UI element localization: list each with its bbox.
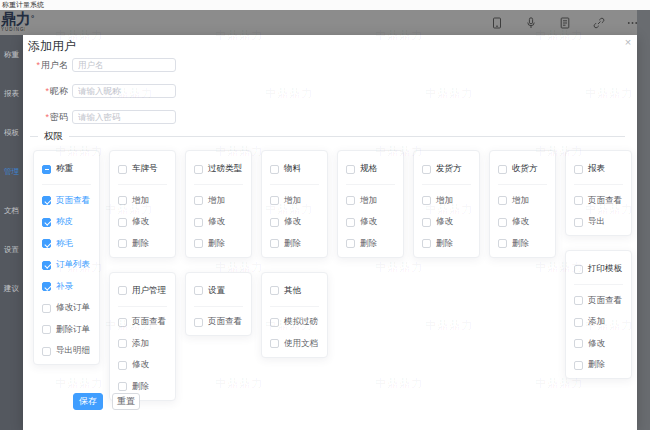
permission-item[interactable]: 删除订单	[42, 324, 91, 336]
checkbox-unchecked[interactable]	[118, 218, 127, 227]
permission-item[interactable]: 修改	[194, 216, 243, 228]
checkbox-unchecked[interactable]	[498, 239, 507, 248]
sidebar-item-settings[interactable]: 设置	[0, 230, 23, 269]
permission-item[interactable]: 删除	[346, 238, 395, 250]
permission-item[interactable]: 修改	[346, 216, 395, 228]
tablet-icon[interactable]	[490, 16, 503, 29]
checkbox-unchecked[interactable]	[42, 347, 51, 356]
checkbox-unchecked[interactable]	[194, 318, 203, 327]
checkbox-unchecked[interactable]	[118, 339, 127, 348]
nickname-input[interactable]	[72, 84, 176, 98]
checkbox-unchecked[interactable]	[574, 361, 583, 370]
sidebar-item-suggestions[interactable]: 建议	[0, 269, 23, 308]
checkbox-unchecked[interactable]	[346, 239, 355, 248]
checkbox-unchecked[interactable]	[118, 361, 127, 370]
permission-group-header[interactable]: 称重	[42, 158, 91, 185]
permission-group-header[interactable]: 规格	[346, 158, 395, 185]
checkbox-checked[interactable]	[42, 196, 51, 205]
checkbox-checked[interactable]	[42, 261, 51, 270]
permission-item[interactable]: 修改	[498, 216, 547, 228]
checkbox-unchecked[interactable]	[270, 239, 279, 248]
permission-item[interactable]: 增加	[194, 195, 243, 207]
permission-group-header[interactable]: 发货方	[422, 158, 471, 185]
microphone-icon[interactable]	[524, 16, 537, 29]
permission-item[interactable]: 模拟过磅	[270, 316, 319, 328]
checkbox-unchecked[interactable]	[118, 318, 127, 327]
checkbox-unchecked[interactable]	[194, 165, 203, 174]
permission-item[interactable]: 删除	[270, 238, 319, 250]
permission-item[interactable]: 增加	[118, 195, 167, 207]
permission-item[interactable]: 增加	[346, 195, 395, 207]
sidebar-item-management[interactable]: 管理	[0, 152, 23, 191]
checkbox-unchecked[interactable]	[574, 265, 583, 274]
permission-item[interactable]: 删除	[118, 381, 167, 393]
permission-item[interactable]: 补录	[42, 281, 91, 293]
permission-item[interactable]: 删除	[194, 238, 243, 250]
checkbox-unchecked[interactable]	[346, 196, 355, 205]
reset-button[interactable]: 重置	[112, 393, 140, 410]
link-icon[interactable]	[592, 16, 605, 29]
permission-group-header[interactable]: 过磅类型	[194, 158, 243, 185]
checkbox-unchecked[interactable]	[270, 218, 279, 227]
checkbox-unchecked[interactable]	[270, 165, 279, 174]
permission-item[interactable]: 修改	[118, 359, 167, 371]
checkbox-checked[interactable]	[42, 218, 51, 227]
permission-group-header[interactable]: 车牌号	[118, 158, 167, 185]
permission-item[interactable]: 页面查看	[42, 195, 91, 207]
document-icon[interactable]	[558, 16, 571, 29]
permission-item[interactable]: 修改	[422, 216, 471, 228]
permission-item[interactable]: 页面查看	[118, 316, 167, 328]
checkbox-unchecked[interactable]	[194, 286, 203, 295]
checkbox-unchecked[interactable]	[118, 196, 127, 205]
checkbox-unchecked[interactable]	[574, 196, 583, 205]
permission-item[interactable]: 修改订单	[42, 302, 91, 314]
permission-group-header[interactable]: 其他	[270, 280, 319, 307]
checkbox-unchecked[interactable]	[346, 165, 355, 174]
sidebar-item-documents[interactable]: 文档	[0, 191, 23, 230]
checkbox-unchecked[interactable]	[574, 318, 583, 327]
permission-item[interactable]: 修改	[270, 216, 319, 228]
checkbox-unchecked[interactable]	[574, 165, 583, 174]
checkbox-unchecked[interactable]	[422, 239, 431, 248]
checkbox-unchecked[interactable]	[574, 339, 583, 348]
permission-item[interactable]: 称毛	[42, 238, 91, 250]
permission-group-header[interactable]: 报表	[574, 158, 623, 185]
checkbox-unchecked[interactable]	[194, 239, 203, 248]
checkbox-unchecked[interactable]	[422, 218, 431, 227]
permission-item[interactable]: 删除	[118, 238, 167, 250]
permission-item[interactable]: 删除	[574, 359, 623, 371]
permission-group-header[interactable]: 物料	[270, 158, 319, 185]
checkbox-unchecked[interactable]	[422, 196, 431, 205]
permission-item[interactable]: 订单列表	[42, 259, 91, 271]
checkbox-unchecked[interactable]	[270, 196, 279, 205]
checkbox-checked[interactable]	[42, 282, 51, 291]
permission-item[interactable]: 添加	[574, 316, 623, 328]
checkbox-unchecked[interactable]	[498, 218, 507, 227]
checkbox-unchecked[interactable]	[42, 325, 51, 334]
sidebar-item-weighing[interactable]: 称重	[0, 35, 23, 74]
checkbox-unchecked[interactable]	[194, 218, 203, 227]
permission-item[interactable]: 使用文档	[270, 338, 319, 350]
permission-item[interactable]: 修改	[118, 216, 167, 228]
permission-group-header[interactable]: 收货方	[498, 158, 547, 185]
checkbox-unchecked[interactable]	[270, 318, 279, 327]
checkbox-unchecked[interactable]	[270, 286, 279, 295]
save-button[interactable]: 保存	[73, 393, 103, 410]
checkbox-unchecked[interactable]	[574, 218, 583, 227]
checkbox-unchecked[interactable]	[194, 196, 203, 205]
permission-group-header[interactable]: 设置	[194, 280, 243, 307]
checkbox-indeterminate[interactable]	[42, 165, 51, 174]
checkbox-unchecked[interactable]	[118, 286, 127, 295]
sidebar-item-templates[interactable]: 模板	[0, 113, 23, 152]
checkbox-unchecked[interactable]	[118, 165, 127, 174]
permission-item[interactable]: 增加	[498, 195, 547, 207]
permission-item[interactable]: 页面查看	[574, 195, 623, 207]
permission-item[interactable]: 修改	[574, 338, 623, 350]
checkbox-unchecked[interactable]	[346, 218, 355, 227]
permission-item[interactable]: 增加	[422, 195, 471, 207]
permission-item[interactable]: 页面查看	[574, 295, 623, 307]
permission-item[interactable]: 导出明细	[42, 345, 91, 357]
close-icon[interactable]: ×	[622, 36, 634, 48]
permission-group-header[interactable]: 打印模板	[574, 258, 623, 285]
sidebar-item-reports[interactable]: 报表	[0, 74, 23, 113]
